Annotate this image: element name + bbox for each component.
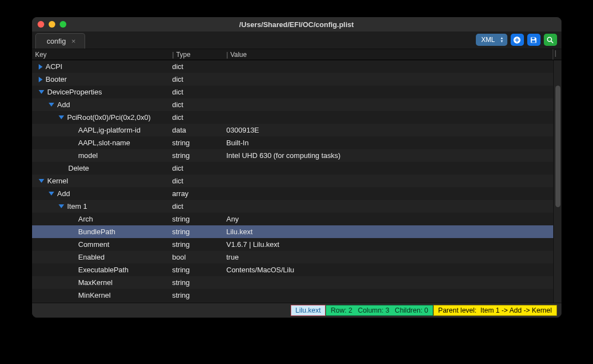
disclosure-closed-icon[interactable] [39,77,43,82]
svg-rect-2 [532,40,535,43]
scrollbar-thumb[interactable] [555,86,560,207]
tab-config[interactable]: config × [35,33,85,49]
tab-close-button[interactable]: × [71,37,76,45]
disclosure-none [69,153,75,159]
tree-row[interactable]: MaxKernelstring [32,276,553,289]
tree-row[interactable]: AAPL,slot-namestringBuilt-In [32,136,553,149]
row-key[interactable]: AAPL,ig-platform-id [78,126,141,134]
row-key[interactable]: AAPL,slot-name [78,139,130,147]
tree-row[interactable]: CommentstringV1.6.7 | Lilu.kext [32,238,553,251]
row-type[interactable]: dict [172,88,227,96]
row-key[interactable]: Item 1 [67,202,87,210]
row-type[interactable]: string [172,291,227,299]
tree-row[interactable]: PciRoot(0x0)/Pci(0x2,0x0)dict [32,111,553,124]
row-type[interactable]: dict [172,62,227,71]
header-value[interactable]: |Value [227,49,553,60]
row-key[interactable]: model [78,151,98,160]
tree-row[interactable]: ArchstringAny [32,213,553,225]
status-position: Row: 2 Column: 3 Children: 0 [326,305,433,316]
row-key[interactable]: Enabled [78,253,105,261]
disclosure-open-icon[interactable] [39,90,44,94]
format-select[interactable]: XML ▴▾ [476,34,507,46]
row-value[interactable]: Intel UHD 630 (for computing tasks) [227,151,553,160]
tree-row[interactable]: Booterdict [32,73,553,86]
row-type[interactable]: dict [172,75,227,83]
row-key[interactable]: DeviceProperties [48,88,102,96]
tree-row[interactable]: MinKernelstring [32,289,553,302]
row-value[interactable]: 0300913E [227,126,553,134]
row-type[interactable]: string [172,266,227,274]
app-window: /Users/Shared/EFI/OC/config.plist config… [32,17,562,318]
disclosure-open-icon[interactable] [59,115,64,119]
scrollbar[interactable] [553,60,561,303]
row-key[interactable]: Add [57,189,70,198]
row-type[interactable]: data [172,126,227,134]
row-key[interactable]: Comment [78,240,109,249]
disclosure-open-icon[interactable] [59,204,64,208]
row-value[interactable]: true [227,253,553,261]
row-value[interactable]: Contents/MacOS/Lilu [227,266,553,274]
row-type[interactable]: string [172,240,227,249]
tree-row[interactable]: DevicePropertiesdict [32,86,553,98]
search-button[interactable] [544,34,557,46]
row-type[interactable]: string [172,228,227,236]
tree-row[interactable]: Kerneldict [32,175,553,187]
format-label: XML [481,36,495,44]
tree-row[interactable]: Item 1dict [32,200,553,213]
row-type[interactable]: dict [172,101,227,109]
toolbar-right: XML ▴▾ [476,34,557,46]
row-value[interactable]: V1.6.7 | Lilu.kext [227,240,553,249]
close-window-button[interactable] [38,21,44,28]
tree-row[interactable]: AAPL,ig-platform-iddata0300913E [32,124,553,136]
disclosure-closed-icon[interactable] [39,64,43,70]
row-type[interactable]: dict [172,177,227,185]
row-type[interactable]: dict [172,164,227,172]
save-button[interactable] [527,34,540,46]
save-icon [529,36,538,44]
row-value[interactable]: Any [227,215,553,223]
tree-row[interactable]: Adddict [32,98,553,111]
zoom-window-button[interactable] [60,21,66,28]
row-key[interactable]: MaxKernel [78,278,113,287]
tree-row[interactable]: ExecutablePathstringContents/MacOS/Lilu [32,263,553,276]
tree-row[interactable]: BundlePathstringLilu.kext [32,225,553,238]
tree-row[interactable]: Addarray [32,187,553,200]
row-value[interactable]: Lilu.kext [227,228,553,236]
tree-row[interactable]: modelstringIntel UHD 630 (for computing … [32,149,553,162]
row-type[interactable]: string [172,278,227,287]
row-type[interactable]: array [172,189,227,198]
disclosure-open-icon[interactable] [39,179,44,183]
row-key[interactable]: PciRoot(0x0)/Pci(0x2,0x0) [67,113,151,122]
row-key[interactable]: BundlePath [78,228,116,236]
row-key[interactable]: Arch [78,215,93,223]
tree-row[interactable]: ACPIdict [32,60,553,73]
row-type[interactable]: string [172,139,227,147]
row-type[interactable]: dict [172,202,227,210]
row-key[interactable]: Delete [69,164,90,172]
disclosure-none [69,267,75,273]
row-key[interactable]: Add [57,101,70,109]
row-type[interactable]: bool [172,253,227,261]
header-type[interactable]: |Type [172,49,227,60]
disclosure-open-icon[interactable] [49,192,54,196]
disclosure-open-icon[interactable] [49,103,54,107]
row-type[interactable]: dict [172,113,227,122]
tree-row[interactable]: Deletedict [32,162,553,175]
titlebar[interactable]: /Users/Shared/EFI/OC/config.plist [32,17,561,31]
row-key[interactable]: Booter [46,75,67,83]
add-button[interactable] [511,34,524,46]
row-value[interactable]: Built-In [227,139,553,147]
tree-view[interactable]: ACPIdictBooterdictDevicePropertiesdictAd… [32,60,561,303]
row-key[interactable]: ExecutablePath [78,266,129,274]
disclosure-none [69,140,75,146]
row-type[interactable]: string [172,215,227,223]
header-key[interactable]: Key [35,49,172,60]
row-key[interactable]: ACPI [46,62,62,71]
svg-rect-1 [532,38,534,39]
row-key[interactable]: Kernel [48,177,69,185]
tree-row[interactable]: Enabledbooltrue [32,251,553,263]
disclosure-none [59,166,65,171]
row-type[interactable]: string [172,151,227,160]
minimize-window-button[interactable] [49,21,55,28]
row-key[interactable]: MinKernel [78,291,111,299]
